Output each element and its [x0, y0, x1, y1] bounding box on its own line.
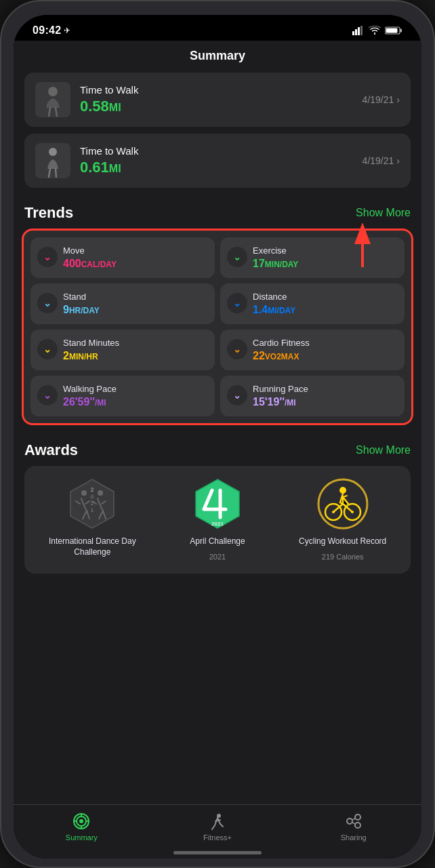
chevron-right-icon-1: ›: [396, 94, 400, 105]
location-icon: ✈: [64, 26, 70, 35]
trend-info-running-pace: Running Pace 15'19''/MI: [253, 384, 398, 408]
volume-up-button: [0, 130, 1, 171]
trend-label-cardio: Cardio Fitness: [253, 338, 398, 348]
card-info-2: Time to Walk 0.61MI: [80, 145, 353, 176]
tab-fitness-label: Fitness+: [203, 833, 232, 842]
battery-icon: [385, 26, 402, 35]
tab-summary-label: Summary: [66, 833, 98, 842]
trend-value-cardio: 22VO2MAX: [253, 350, 398, 362]
award-name-april: April Challenge: [190, 536, 245, 547]
svg-line-39: [352, 823, 355, 824]
svg-rect-2: [358, 27, 360, 35]
signal-icon: [352, 26, 365, 35]
down-arrow-cardio: ⌄: [233, 344, 241, 355]
award-subtitle-cycling: 219 Calories: [322, 553, 364, 561]
trend-item-cardio[interactable]: ⌄ Cardio Fitness 22VO2MAX: [220, 330, 405, 370]
mute-button: [0, 96, 1, 121]
trend-item-stand[interactable]: ⌄ Stand 9HR/DAY: [30, 283, 215, 324]
trend-icon-stand-minutes: ⌄: [37, 339, 58, 359]
award-item-dance[interactable]: 2 0 2 1 International Dance Day Challeng…: [30, 477, 155, 563]
svg-point-29: [79, 819, 83, 823]
summary-tab-icon: [72, 812, 91, 831]
svg-point-37: [355, 823, 360, 828]
svg-text:0: 0: [91, 494, 94, 500]
fitness-tab-icon: [208, 812, 227, 831]
awards-title: Awards: [24, 441, 78, 459]
svg-point-36: [355, 814, 360, 820]
down-arrow-exercise: ⌄: [233, 252, 241, 262]
trend-label-running-pace: Running Pace: [253, 384, 398, 394]
trend-value-move: 400CAL/DAY: [63, 258, 208, 270]
phone-frame: 09:42 ✈: [0, 0, 435, 868]
svg-point-22: [339, 487, 346, 494]
trend-icon-stand: ⌄: [37, 293, 58, 313]
trend-label-distance: Distance: [253, 292, 398, 302]
awards-section-header: Awards Show More: [14, 432, 421, 466]
trend-label-walking-pace: Walking Pace: [63, 384, 208, 394]
award-item-april[interactable]: 2021 April Challenge 2021: [155, 477, 281, 563]
trend-item-running-pace[interactable]: ⌄ Running Pace 15'19''/MI: [220, 376, 405, 416]
awards-section: Awards Show More: [14, 432, 421, 574]
card-label-1: Time to Walk: [80, 84, 353, 96]
card-info-1: Time to Walk 0.58MI: [80, 84, 353, 115]
status-time: 09:42: [33, 24, 61, 37]
trend-icon-walking-pace: ⌄: [37, 385, 58, 406]
svg-text:2: 2: [91, 500, 94, 507]
trend-info-move: Move 400CAL/DAY: [63, 245, 208, 270]
trend-icon-distance: ⌄: [227, 293, 247, 313]
award-item-cycling[interactable]: Cycling Workout Record 219 Calories: [280, 477, 405, 563]
trend-info-stand-minutes: Stand Minutes 2MIN/HR: [63, 338, 208, 362]
card-meta-2: 4/19/21 ›: [362, 155, 400, 166]
trend-info-stand: Stand 9HR/DAY: [63, 292, 208, 316]
chevron-right-icon-2: ›: [396, 155, 400, 166]
trend-info-cardio: Cardio Fitness 22VO2MAX: [253, 338, 398, 362]
trend-icon-cardio: ⌄: [227, 339, 247, 359]
trend-item-stand-minutes[interactable]: ⌄ Stand Minutes 2MIN/HR: [30, 330, 215, 370]
trend-label-move: Move: [63, 245, 208, 256]
svg-text:1: 1: [91, 507, 94, 513]
svg-rect-6: [386, 28, 398, 33]
volume-down-button: [0, 180, 1, 221]
svg-text:2021: 2021: [211, 521, 224, 527]
down-arrow-distance: ⌄: [233, 298, 241, 309]
award-icon-april: 2021: [190, 477, 245, 531]
award-subtitle-april: 2021: [209, 553, 226, 561]
down-arrow-stand-minutes: ⌄: [43, 344, 51, 355]
card-thumb-2: [35, 143, 70, 178]
svg-point-35: [347, 818, 352, 824]
svg-text:2: 2: [91, 486, 94, 493]
svg-point-10: [49, 148, 57, 156]
svg-point-8: [48, 87, 58, 96]
trend-icon-exercise: ⌄: [227, 247, 247, 267]
notch: [170, 15, 265, 35]
trends-show-more[interactable]: Show More: [356, 207, 411, 219]
trend-item-distance[interactable]: ⌄ Distance 1.4MI/DAY: [220, 283, 405, 324]
award-icon-cycling: [316, 477, 370, 531]
down-arrow-move: ⌄: [43, 252, 51, 262]
awards-grid: 2 0 2 1 International Dance Day Challeng…: [24, 466, 411, 574]
svg-point-13: [81, 490, 87, 496]
sharing-tab-icon: [344, 812, 363, 831]
trends-title: Trends: [24, 204, 73, 222]
tab-summary[interactable]: Summary: [14, 812, 150, 842]
card-thumb-1: [35, 82, 70, 117]
down-arrow-walking-pace: ⌄: [43, 390, 51, 401]
scroll-area[interactable]: Summary Time to Walk 0.58MI: [14, 41, 421, 852]
trends-wrapper: ⌄ Move 400CAL/DAY: [14, 229, 421, 425]
trend-info-distance: Distance 1.4MI/DAY: [253, 292, 398, 316]
tab-sharing-label: Sharing: [341, 833, 367, 842]
svg-rect-1: [355, 29, 357, 35]
tab-sharing[interactable]: Sharing: [285, 812, 421, 842]
trend-icon-running-pace: ⌄: [227, 385, 247, 406]
tab-fitness[interactable]: Fitness+: [150, 812, 286, 842]
trend-item-walking-pace[interactable]: ⌄ Walking Pace 26'59''/MI: [30, 376, 215, 416]
trend-value-running-pace: 15'19''/MI: [253, 396, 398, 408]
red-arrow-annotation: [346, 223, 379, 273]
trend-item-move[interactable]: ⌄ Move 400CAL/DAY: [30, 237, 215, 278]
awards-show-more[interactable]: Show More: [356, 444, 411, 456]
walk-card-1[interactable]: Time to Walk 0.58MI 4/19/21 ›: [24, 73, 411, 127]
status-icons: [352, 26, 402, 35]
trend-icon-move: ⌄: [37, 247, 58, 267]
walk-card-2[interactable]: Time to Walk 0.61MI 4/19/21 ›: [24, 134, 411, 188]
phone-screen: 09:42 ✈: [14, 15, 421, 859]
